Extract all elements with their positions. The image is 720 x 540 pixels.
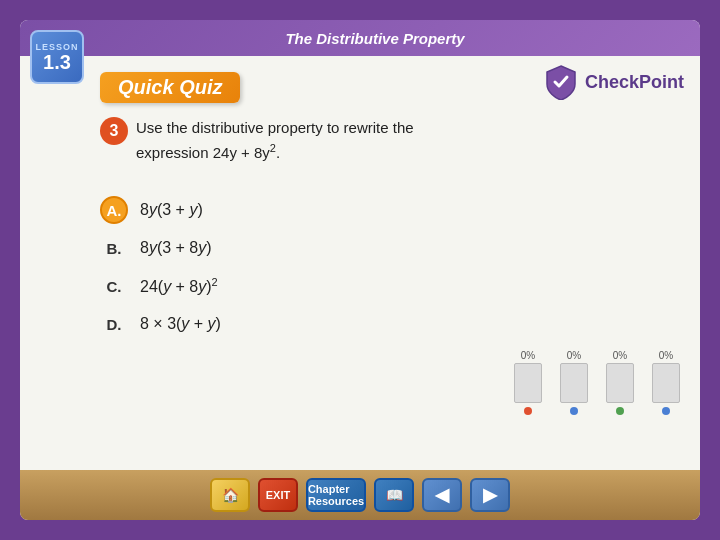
progress-group-2: 0% — [560, 350, 588, 415]
exit-button[interactable]: EXIT — [258, 478, 298, 512]
outer-container: LESSON 1.3 The Distributive Property Qui… — [0, 0, 720, 540]
answer-row-b[interactable]: B. 8y(3 + 8y) — [100, 234, 680, 262]
prev-icon: ◀ — [435, 484, 449, 506]
progress-bar-1 — [514, 363, 542, 403]
main-panel: LESSON 1.3 The Distributive Property Qui… — [20, 20, 700, 520]
checkpoint-shield-icon — [543, 64, 579, 100]
next-icon: ▶ — [483, 484, 497, 506]
answer-text-b: 8y(3 + 8y) — [140, 239, 212, 257]
progress-label-3: 0% — [613, 350, 627, 361]
progress-label-4: 0% — [659, 350, 673, 361]
page-title: The Distributive Property — [285, 30, 464, 47]
answer-row-c[interactable]: C. 24(y + 8y)2 — [100, 272, 680, 300]
progress-bar-3 — [606, 363, 634, 403]
progress-label-1: 0% — [521, 350, 535, 361]
answer-letter-d: D. — [100, 310, 128, 338]
top-bar: The Distributive Property — [20, 20, 700, 56]
answer-letter-a: A. — [100, 196, 128, 224]
resources-icon: ChapterResources — [308, 483, 364, 507]
progress-dot-4 — [662, 407, 670, 415]
home-icon: 🏠 — [222, 487, 239, 503]
answer-text-a: 8y(3 + y) — [140, 201, 203, 219]
progress-group-3: 0% — [606, 350, 634, 415]
home-button[interactable]: 🏠 — [210, 478, 250, 512]
exit-label: EXIT — [266, 489, 290, 501]
question-text: Use the distributive property to rewrite… — [136, 117, 414, 164]
answer-text-d: 8 × 3(y + y) — [140, 315, 221, 333]
bookmark-icon: 📖 — [386, 487, 403, 503]
answer-letter-b: B. — [100, 234, 128, 262]
progress-area: 0% 0% 0% — [514, 350, 680, 415]
progress-dot-1 — [524, 407, 532, 415]
progress-group-4: 0% — [652, 350, 680, 415]
checkpoint-area: CheckPoint — [543, 64, 684, 100]
answer-text-c: 24(y + 8y)2 — [140, 276, 218, 296]
progress-bar-4 — [652, 363, 680, 403]
question-number: 3 — [100, 117, 128, 145]
content-area: Quick Quiz CheckPoint 3 Use the distribu… — [20, 56, 700, 470]
bottom-bar: 🏠 EXIT ChapterResources 📖 ◀ ▶ — [20, 470, 700, 520]
resources-button[interactable]: ChapterResources — [306, 478, 366, 512]
progress-dot-2 — [570, 407, 578, 415]
progress-dot-3 — [616, 407, 624, 415]
checkpoint-text: CheckPoint — [585, 72, 684, 93]
progress-group-1: 0% — [514, 350, 542, 415]
progress-bar-2 — [560, 363, 588, 403]
quick-quiz-banner: Quick Quiz — [100, 72, 240, 103]
next-button[interactable]: ▶ — [470, 478, 510, 512]
answer-row-a[interactable]: A. 8y(3 + y) — [100, 196, 680, 224]
lesson-badge: LESSON 1.3 — [30, 30, 84, 84]
prev-button[interactable]: ◀ — [422, 478, 462, 512]
bookmark-button[interactable]: 📖 — [374, 478, 414, 512]
answer-row-d[interactable]: D. 8 × 3(y + y) — [100, 310, 680, 338]
lesson-number: 1.3 — [43, 52, 71, 72]
answer-letter-c: C. — [100, 272, 128, 300]
answers-list: A. 8y(3 + y) B. 8y(3 + 8y) C. 24(y + 8y)… — [100, 196, 680, 338]
progress-label-2: 0% — [567, 350, 581, 361]
